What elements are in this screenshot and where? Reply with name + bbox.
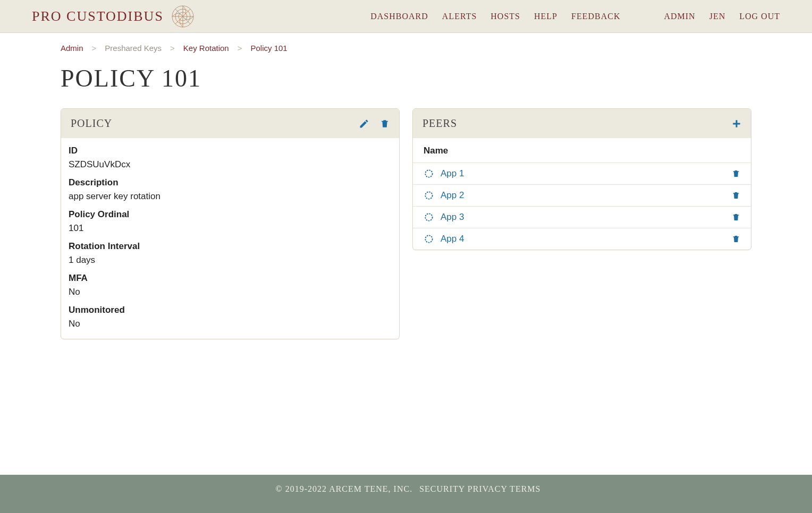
nav-dashboard[interactable]: DASHBOARD: [370, 12, 428, 21]
seal-icon: [424, 168, 434, 179]
brand[interactable]: PRO CUSTODIBUS: [32, 5, 194, 28]
svg-point-4: [425, 192, 432, 199]
interval-label: Rotation Interval: [69, 241, 392, 252]
id-label: ID: [69, 146, 392, 156]
seal-icon: [424, 190, 434, 201]
breadcrumb-separator: >: [238, 44, 242, 53]
mfa-label: MFA: [69, 273, 392, 284]
main-container: Admin > Preshared Keys > Key Rotation > …: [61, 33, 751, 475]
delete-icon[interactable]: [732, 212, 740, 222]
peer-row: App 4: [413, 228, 751, 250]
footer-security[interactable]: SECURITY: [419, 484, 465, 493]
id-value: SZDSUuVkDcx: [69, 159, 392, 170]
seal-icon: [424, 212, 434, 223]
interval-value: 1 days: [69, 255, 392, 266]
nav-username[interactable]: JEN: [709, 12, 726, 21]
add-icon[interactable]: [732, 119, 741, 129]
nav-main: DASHBOARD ALERTS HOSTS HELP FEEDBACK: [370, 12, 620, 21]
nav-right: DASHBOARD ALERTS HOSTS HELP FEEDBACK ADM…: [370, 12, 780, 21]
ordinal-label: Policy Ordinal: [69, 209, 392, 220]
nav-help[interactable]: HELP: [534, 12, 557, 21]
peers-table: Name App 1: [413, 138, 751, 250]
peers-column-name: Name: [413, 138, 751, 163]
nav-hosts[interactable]: HOSTS: [490, 12, 520, 21]
peer-row: App 3: [413, 207, 751, 228]
unmonitored-label: Unmonitored: [69, 305, 392, 315]
nav-admin[interactable]: ADMIN: [664, 12, 695, 21]
crumb-admin[interactable]: Admin: [61, 44, 83, 53]
policy-panel-actions: [359, 118, 390, 129]
crumb-preshared-keys: Preshared Keys: [105, 44, 162, 53]
policy-panel-header: POLICY: [61, 109, 399, 138]
footer: © 2019-2022 ARCEM TENE, INC. SECURITY PR…: [0, 475, 812, 513]
nav-logout[interactable]: LOG OUT: [739, 12, 780, 21]
crumb-current: Policy 101: [250, 44, 287, 53]
description-value: app server key rotation: [69, 191, 392, 202]
seal-icon: [424, 234, 434, 244]
delete-icon[interactable]: [732, 169, 740, 178]
breadcrumb: Admin > Preshared Keys > Key Rotation > …: [61, 42, 751, 59]
delete-icon[interactable]: [732, 234, 740, 244]
peer-row: App 1: [413, 163, 751, 185]
policy-panel: POLICY ID SZDSUuVkDcx Description: [61, 108, 400, 339]
unmonitored-value: No: [69, 319, 392, 329]
edit-icon[interactable]: [359, 118, 369, 129]
brand-name: PRO CUSTODIBUS: [32, 8, 164, 24]
peer-link[interactable]: App 3: [441, 212, 464, 223]
crumb-key-rotation[interactable]: Key Rotation: [183, 44, 229, 53]
delete-icon[interactable]: [732, 191, 740, 200]
svg-point-3: [425, 170, 432, 177]
peer-link[interactable]: App 1: [441, 168, 464, 179]
nav-user: ADMIN JEN LOG OUT: [664, 12, 780, 21]
peers-panel-header: PEERS: [413, 109, 751, 138]
breadcrumb-separator: >: [92, 44, 97, 53]
footer-terms[interactable]: TERMS: [510, 484, 540, 493]
peer-row: App 2: [413, 185, 751, 207]
svg-point-6: [425, 235, 432, 242]
policy-panel-body: ID SZDSUuVkDcx Description app server ke…: [61, 138, 399, 339]
topbar: PRO CUSTODIBUS DASHBOARD ALERTS HOSTS HE…: [0, 0, 812, 33]
footer-copyright: © 2019-2022 ARCEM TENE, INC.: [276, 484, 413, 493]
peers-panel: PEERS Name App 1: [412, 108, 751, 250]
peer-link[interactable]: App 2: [441, 190, 464, 201]
nav-alerts[interactable]: ALERTS: [442, 12, 477, 21]
nav-feedback[interactable]: FEEDBACK: [571, 12, 620, 21]
breadcrumb-separator: >: [170, 44, 175, 53]
svg-point-5: [425, 213, 432, 220]
description-label: Description: [69, 177, 392, 188]
footer-privacy[interactable]: PRIVACY: [468, 484, 508, 493]
mfa-value: No: [69, 287, 392, 297]
policy-panel-title: POLICY: [71, 117, 112, 130]
brand-logo-icon: [171, 5, 194, 28]
page-title: POLICY 101: [61, 64, 751, 92]
peer-link[interactable]: App 4: [441, 234, 464, 244]
peers-panel-title: PEERS: [422, 117, 457, 130]
ordinal-value: 101: [69, 223, 392, 234]
delete-icon[interactable]: [380, 118, 390, 129]
